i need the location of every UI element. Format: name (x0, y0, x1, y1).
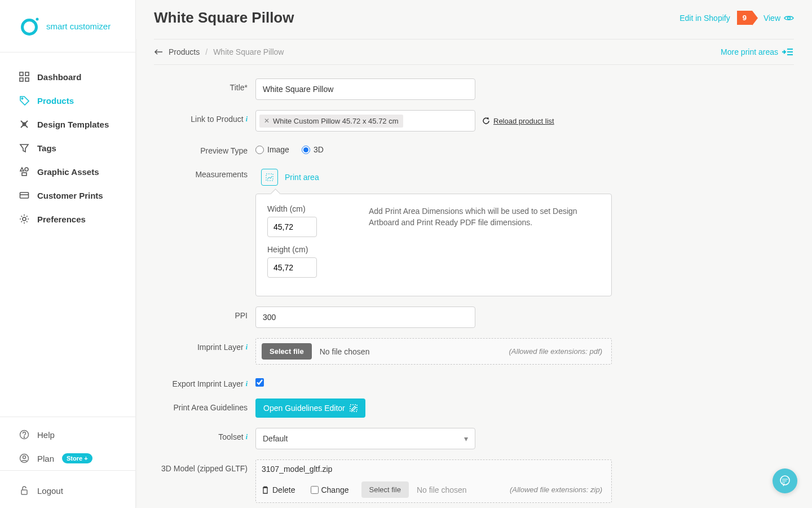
delete-button[interactable]: Delete (262, 485, 295, 494)
change-checkbox[interactable]: Change (311, 485, 348, 494)
svg-rect-24 (350, 405, 357, 411)
remove-chip-icon[interactable]: ✕ (264, 117, 270, 125)
svg-point-1 (36, 18, 39, 21)
chevron-down-icon: ▾ (464, 434, 468, 443)
ppi-label: PPI (154, 306, 255, 320)
radio-label: 3D (314, 145, 324, 154)
export-imprint-checkbox[interactable] (255, 378, 264, 387)
view-link[interactable]: View (764, 14, 794, 23)
model-file-zone: 3107_model_gltf.zip Delete Change (255, 459, 612, 503)
sidebar-item-graphic-assets[interactable]: Graphic Assets (0, 160, 135, 183)
form-area: Title* Link to Product i ✕White Custom P… (136, 65, 812, 508)
print-area-tab-label: Print area (285, 173, 319, 182)
product-chip: ✕White Custom Pillow 45.72 x 45.72 cm (259, 115, 403, 128)
logo-icon (19, 16, 39, 36)
toolset-select[interactable]: Default ▾ (255, 428, 475, 449)
chat-fab[interactable] (773, 468, 797, 493)
svg-point-18 (788, 16, 791, 19)
user-icon (19, 453, 29, 463)
sidebar-bottom: Help Plan Store + Logout (0, 417, 135, 508)
select-file-button[interactable]: Select file (361, 481, 409, 498)
crumb-root[interactable]: Products (169, 47, 200, 56)
reload-product-list-link[interactable]: Reload product list (482, 117, 554, 125)
print-area-icon (261, 169, 278, 186)
print-area-tab[interactable]: Print area (255, 165, 325, 189)
dashboard-icon (19, 72, 29, 82)
ppi-input[interactable] (255, 306, 475, 328)
title-label: Title* (154, 78, 255, 92)
eye-icon (784, 15, 794, 21)
link-product-label: Link to Product (191, 115, 243, 124)
sidebar-item-design-templates[interactable]: Design Templates (0, 112, 135, 136)
edit-in-shopify-link[interactable]: Edit in Shopify (679, 14, 730, 23)
title-input[interactable] (255, 78, 475, 100)
info-icon[interactable]: i (246, 433, 248, 441)
svg-point-14 (24, 437, 24, 437)
svg-point-8 (25, 168, 28, 171)
open-guidelines-button[interactable]: Open Guidelines Editor (255, 398, 365, 418)
imprint-layer-label: Imprint Layer (197, 343, 244, 352)
gear-icon (19, 214, 29, 224)
preview-3d-radio[interactable]: 3D (302, 145, 324, 154)
svg-rect-2 (20, 72, 23, 76)
svg-rect-3 (25, 72, 29, 76)
sidebar-item-dashboard[interactable]: Dashboard (0, 65, 135, 89)
more-print-areas-label: More print areas (721, 47, 778, 56)
nav-label: Dashboard (37, 72, 81, 82)
measurements-label: Measurements (154, 165, 255, 179)
svg-rect-4 (20, 78, 23, 81)
back-arrow-icon[interactable] (154, 49, 163, 55)
brand-name: smart customizer (46, 21, 111, 31)
plan-link[interactable]: Plan Store + (0, 446, 135, 470)
guidelines-label: Print Area Guidelines (154, 398, 255, 412)
svg-point-0 (23, 20, 37, 34)
plan-pill: Store + (62, 453, 92, 463)
sidebar-item-preferences[interactable]: Preferences (0, 207, 135, 231)
sidebar-item-tags[interactable]: Tags (0, 136, 135, 160)
svg-point-6 (21, 98, 23, 99)
change-label: Change (321, 485, 348, 494)
svg-rect-10 (20, 192, 29, 198)
file-status: No file chosen (417, 485, 467, 494)
nav-label: Customer Prints (37, 191, 103, 200)
file-hint: (Allowed file extensions: pdf) (509, 347, 606, 356)
sidebar-item-products[interactable]: Products (0, 89, 135, 112)
add-list-icon (782, 48, 794, 56)
nav-label: Preferences (37, 214, 86, 224)
trash-icon (262, 486, 269, 494)
logo[interactable]: smart customizer (0, 0, 135, 52)
nav-label: Design Templates (37, 120, 109, 129)
select-value: Default (263, 434, 288, 443)
help-link[interactable]: Help (0, 423, 135, 446)
sidebar: smart customizer Dashboard Products Desi… (0, 0, 136, 508)
height-input[interactable] (267, 257, 317, 278)
info-icon[interactable]: i (246, 115, 248, 124)
model-filename: 3107_model_gltf.zip (262, 465, 332, 474)
link-product-input[interactable]: ✕White Custom Pillow 45.72 x 45.72 cm (255, 110, 475, 132)
width-label: Width (cm) (267, 204, 346, 213)
chat-icon (779, 475, 791, 487)
sidebar-item-customer-prints[interactable]: Customer Prints (0, 183, 135, 207)
info-icon[interactable]: i (246, 343, 248, 352)
nav-label: Products (37, 96, 74, 106)
nav-label: Graphic Assets (37, 167, 99, 177)
more-print-areas-link[interactable]: More print areas (721, 47, 794, 56)
preview-image-radio[interactable]: Image (255, 145, 289, 154)
svg-rect-5 (25, 78, 29, 81)
imprint-file-zone: Select file No file chosen (Allowed file… (255, 338, 612, 365)
breadcrumb-bar: Products / White Square Pillow More prin… (154, 39, 794, 65)
view-label: View (764, 14, 780, 23)
svg-rect-17 (21, 490, 27, 494)
width-input[interactable] (267, 217, 317, 237)
info-icon[interactable]: i (246, 380, 248, 388)
select-file-button[interactable]: Select file (262, 343, 312, 360)
help-label: Help (37, 430, 55, 440)
svg-point-25 (780, 476, 789, 485)
card-icon (19, 190, 29, 200)
crumb-current: White Square Pillow (213, 47, 284, 56)
print-area-panel: Width (cm) Height (cm) Add Print Area Di… (255, 194, 612, 296)
tag-icon (19, 95, 29, 106)
breadcrumb: Products / White Square Pillow (154, 47, 284, 56)
logout-link[interactable]: Logout (0, 479, 135, 502)
notification-badge[interactable]: 9 (737, 11, 752, 25)
